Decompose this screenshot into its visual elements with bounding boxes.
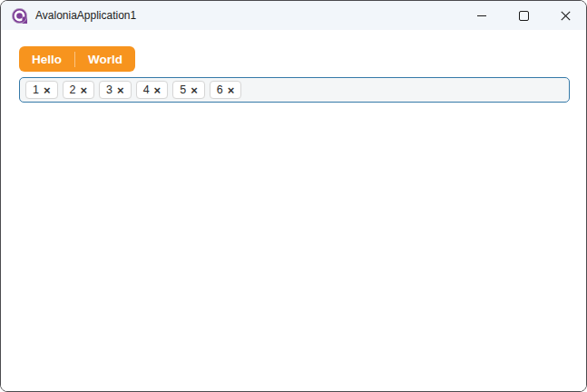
chip-label: 5 — [180, 84, 186, 96]
minimize-button[interactable] — [461, 1, 503, 30]
maximize-button[interactable] — [503, 1, 544, 30]
caption-buttons — [461, 1, 586, 30]
close-icon — [561, 11, 571, 21]
chip-remove-icon[interactable]: × — [81, 84, 88, 96]
chips-container[interactable]: 1 × 2 × 3 × 4 × 5 × 6 × — [19, 77, 570, 103]
chip-remove-icon[interactable]: × — [154, 84, 161, 96]
chip-label: 1 — [33, 84, 39, 96]
chip-label: 2 — [70, 84, 76, 96]
tab-strip: Hello World — [19, 46, 135, 72]
chip-remove-icon[interactable]: × — [44, 84, 51, 96]
tab-world[interactable]: World — [75, 46, 135, 72]
chip-remove-icon[interactable]: × — [228, 84, 235, 96]
chip-item[interactable]: 6 × — [210, 81, 242, 99]
chip-item[interactable]: 5 × — [172, 81, 205, 99]
chip-item[interactable]: 3 × — [99, 81, 132, 99]
chip-label: 6 — [217, 84, 223, 96]
tab-hello[interactable]: Hello — [19, 46, 74, 72]
chip-remove-icon[interactable]: × — [117, 84, 124, 96]
minimize-icon — [477, 15, 486, 16]
chip-label: 4 — [143, 84, 150, 96]
app-window: AvaloniaApplication1 Hello World — [0, 0, 587, 392]
chip-item[interactable]: 4 × — [136, 81, 169, 99]
titlebar[interactable]: AvaloniaApplication1 — [1, 1, 586, 30]
chip-remove-icon[interactable]: × — [191, 84, 198, 96]
chip-item[interactable]: 1 × — [25, 81, 58, 99]
close-button[interactable] — [544, 1, 586, 30]
chip-item[interactable]: 2 × — [63, 81, 95, 99]
chip-label: 3 — [106, 84, 113, 96]
avalonia-logo-icon — [12, 8, 27, 24]
window-title: AvaloniaApplication1 — [35, 9, 136, 22]
maximize-icon — [519, 11, 529, 21]
window-content: Hello World 1 × 2 × 3 × 4 × 5 — [1, 30, 586, 391]
